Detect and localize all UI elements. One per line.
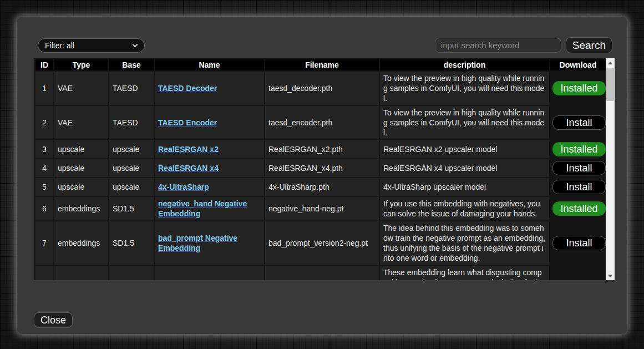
- search-button[interactable]: Search: [566, 37, 612, 53]
- column-header: Base: [109, 59, 154, 71]
- models-table: IDTypeBaseNameFilenamedescriptionDownloa…: [34, 58, 607, 280]
- cell-description: To view the preview in high quality whil…: [379, 105, 550, 140]
- column-header: description: [379, 59, 550, 71]
- column-header: Filename: [265, 59, 379, 71]
- search-group: Search: [435, 37, 612, 53]
- cell-description: The idea behind this embedding was to so…: [379, 221, 550, 265]
- cell-download: Install: [550, 178, 606, 196]
- table-row: These embedding learn what disgusting co…: [35, 265, 606, 280]
- table-row: 6embeddingsSD1.5negative_hand Negative E…: [35, 196, 606, 221]
- cell-filename: taesd_encoder.pth: [265, 105, 379, 140]
- cell-base: TAESD: [109, 71, 154, 105]
- cell-filename: RealESRGAN_x4.pth: [265, 159, 379, 178]
- cell-name: TAESD Decoder: [154, 71, 265, 105]
- cell-type: upscale: [54, 178, 109, 196]
- column-header: Name: [154, 59, 265, 71]
- model-link[interactable]: TAESD Encoder: [158, 118, 217, 127]
- model-link[interactable]: bad_prompt Negative Embedding: [158, 234, 237, 252]
- cell-base: upscale: [109, 159, 154, 178]
- cell-filename: bad_prompt_version2-neg.pt: [265, 221, 379, 265]
- cell-name: TAESD Encoder: [154, 105, 265, 140]
- cell-filename: [265, 265, 379, 280]
- cell-filename: 4x-UltraSharp.pth: [265, 178, 379, 196]
- table-scrollbar[interactable]: [606, 58, 615, 280]
- cell-base: upscale: [109, 178, 154, 196]
- cell-description: These embedding learn what disgusting co…: [379, 265, 550, 280]
- table-row: 4upscaleupscaleRealESRGAN x4RealESRGAN_x…: [35, 159, 606, 178]
- table-header-row: IDTypeBaseNameFilenamedescriptionDownloa…: [35, 59, 606, 71]
- install-button[interactable]: Install: [552, 180, 606, 194]
- model-link[interactable]: negative_hand Negative Embedding: [158, 199, 247, 218]
- models-table-viewport: IDTypeBaseNameFilenamedescriptionDownloa…: [34, 58, 615, 280]
- cell-description: If you use this embedding with negatives…: [379, 196, 550, 221]
- cell-type: embeddings: [54, 221, 109, 265]
- cell-name: RealESRGAN x2: [154, 140, 265, 159]
- cell-name: RealESRGAN x4: [154, 159, 265, 178]
- table-row: 1VAETAESDTAESD Decodertaesd_decoder.pthT…: [35, 71, 606, 105]
- scroll-down-button[interactable]: [606, 271, 615, 280]
- close-button[interactable]: Close: [34, 312, 73, 328]
- install-models-dialog: Filter: all Search IDTypeBaseNameFilenam…: [17, 17, 627, 334]
- cell-type: embeddings: [54, 196, 109, 221]
- cell-id: 5: [35, 178, 54, 196]
- filter-select[interactable]: Filter: all: [38, 38, 145, 53]
- cell-filename: negative_hand-neg.pt: [265, 196, 379, 221]
- table-row: 2VAETAESDTAESD Encodertaesd_encoder.pthT…: [35, 105, 606, 140]
- install-button[interactable]: Install: [552, 115, 606, 130]
- cell-name: 4x-UltraSharp: [154, 178, 265, 196]
- cell-id: 4: [35, 159, 54, 178]
- table-row: 7embeddingsSD1.5bad_prompt Negative Embe…: [35, 221, 606, 265]
- cell-base: SD1.5: [109, 196, 154, 221]
- scroll-down-icon: [608, 275, 612, 277]
- cell-description: 4x-UltraSharp upscaler model: [379, 178, 550, 196]
- cell-download: [550, 265, 606, 280]
- installed-button[interactable]: Installed: [552, 201, 606, 216]
- cell-base: [109, 265, 154, 280]
- model-link[interactable]: TAESD Decoder: [158, 84, 217, 93]
- scroll-up-button[interactable]: [606, 58, 615, 67]
- table-row: 3upscaleupscaleRealESRGAN x2RealESRGAN_x…: [35, 140, 606, 159]
- cell-base: SD1.5: [109, 221, 154, 265]
- cell-id: 6: [35, 196, 54, 221]
- cell-description: RealESRGAN x4 upscaler model: [379, 159, 550, 178]
- cell-id: 1: [35, 71, 54, 105]
- cell-type: upscale: [54, 140, 109, 159]
- cell-id: 2: [35, 105, 54, 140]
- cell-id: 3: [35, 140, 54, 159]
- model-link[interactable]: 4x-UltraSharp: [158, 183, 209, 191]
- model-link[interactable]: RealESRGAN x2: [158, 145, 219, 154]
- cell-description: To view the preview in high quality whil…: [379, 71, 550, 105]
- cell-type: upscale: [54, 159, 109, 178]
- cell-download: Installed: [550, 71, 606, 105]
- column-header: Type: [54, 59, 109, 71]
- table-row: 5upscaleupscale4x-UltraSharp4x-UltraShar…: [35, 178, 606, 196]
- column-header: ID: [35, 59, 54, 71]
- cell-filename: taesd_decoder.pth: [265, 71, 379, 105]
- search-input[interactable]: [435, 38, 561, 53]
- filter-select-wrap: Filter: all: [38, 38, 145, 53]
- cell-description: RealESRGAN x2 upscaler model: [379, 140, 550, 159]
- scrollbar-thumb[interactable]: [606, 68, 614, 101]
- cell-type: [54, 265, 109, 280]
- cell-name: [154, 265, 265, 280]
- cell-download: Install: [550, 105, 606, 140]
- install-button[interactable]: Install: [552, 236, 606, 250]
- column-header: Download: [550, 59, 606, 71]
- cell-type: VAE: [54, 105, 109, 140]
- cell-download: Install: [550, 159, 606, 178]
- cell-name: bad_prompt Negative Embedding: [154, 221, 265, 265]
- dialog-toolbar: Filter: all Search: [38, 37, 612, 53]
- install-button[interactable]: Install: [552, 161, 606, 175]
- cell-download: Installed: [550, 196, 606, 221]
- cell-download: Installed: [550, 140, 606, 159]
- cell-name: negative_hand Negative Embedding: [154, 196, 265, 221]
- cell-base: upscale: [109, 140, 154, 159]
- cell-id: [35, 265, 54, 280]
- scroll-up-icon: [608, 62, 612, 64]
- model-link[interactable]: RealESRGAN x4: [158, 164, 219, 173]
- cell-base: TAESD: [109, 105, 154, 140]
- installed-button[interactable]: Installed: [552, 142, 606, 156]
- installed-button[interactable]: Installed: [552, 81, 606, 95]
- table-body: 1VAETAESDTAESD Decodertaesd_decoder.pthT…: [35, 71, 606, 280]
- cell-filename: RealESRGAN_x2.pth: [265, 140, 379, 159]
